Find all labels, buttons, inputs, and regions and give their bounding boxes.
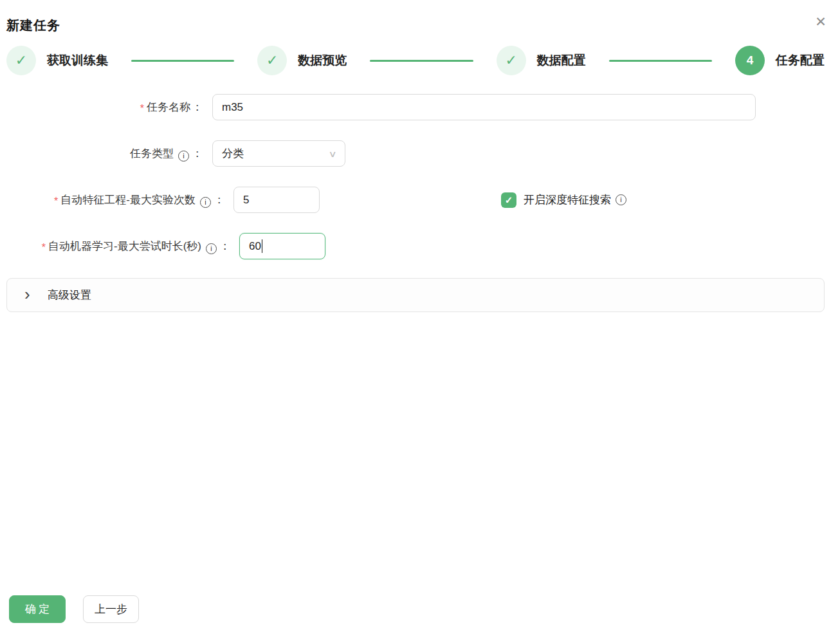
info-icon[interactable]: i <box>206 243 217 254</box>
max-trial-seconds-row: *自动机器学习-最大尝试时长(秒)i： 60 <box>0 233 325 259</box>
advanced-settings-label: 高级设置 <box>48 288 91 302</box>
step-get-training-set: ✓ 获取训练集 <box>6 46 108 75</box>
step-label: 数据配置 <box>537 52 586 69</box>
info-icon[interactable]: i <box>178 151 189 162</box>
confirm-button[interactable]: 确 定 <box>9 595 66 623</box>
label-text: 任务名称 <box>147 101 190 113</box>
text-caret <box>262 239 263 253</box>
input-value: 60 <box>249 240 261 253</box>
step-connector <box>609 60 712 62</box>
task-name-input[interactable] <box>212 94 756 120</box>
step-label: 获取训练集 <box>47 52 108 69</box>
max-experiments-label: *自动特征工程-最大实验次数i： <box>0 192 224 208</box>
required-mark: * <box>54 196 58 207</box>
task-name-label: *任务名称： <box>0 100 203 115</box>
selected-value: 分类 <box>222 146 244 161</box>
page-title: 新建任务 <box>6 17 60 34</box>
label-text: 任务类型 <box>130 147 174 160</box>
max-experiments-input[interactable] <box>233 187 320 213</box>
task-type-select[interactable]: 分类 ∨ <box>212 140 345 167</box>
label-text: 自动特征工程-最大实验次数 <box>60 194 196 206</box>
step-data-preview: ✓ 数据预览 <box>257 46 347 75</box>
task-type-row: 任务类型i： 分类 ∨ <box>0 140 345 167</box>
step-task-config: 4 任务配置 <box>735 46 825 75</box>
previous-step-button[interactable]: 上一步 <box>83 595 139 623</box>
colon: ： <box>192 101 203 113</box>
step-finished-check-icon: ✓ <box>257 46 287 75</box>
step-label: 数据预览 <box>298 52 347 69</box>
deep-feature-search-checkbox[interactable]: ✓ <box>501 192 516 208</box>
advanced-settings-panel[interactable]: › 高级设置 <box>6 278 825 312</box>
max-trial-seconds-label: *自动机器学习-最大尝试时长(秒)i： <box>0 239 230 254</box>
required-mark: * <box>140 103 144 114</box>
deep-feature-search-row: ✓ 开启深度特征搜索 i <box>501 187 628 213</box>
step-connector <box>131 60 234 62</box>
chevron-right-icon[interactable]: › <box>24 286 30 302</box>
max-experiments-row: *自动特征工程-最大实验次数i： <box>0 187 320 213</box>
chevron-down-icon: ∨ <box>328 149 336 159</box>
label-text: 自动机器学习-最大尝试时长(秒) <box>48 240 201 252</box>
colon: ： <box>214 194 224 206</box>
step-number-badge: 4 <box>735 46 765 75</box>
steps-bar: ✓ 获取训练集 ✓ 数据预览 ✓ 数据配置 4 任务配置 <box>6 45 825 76</box>
step-label: 任务配置 <box>776 52 825 69</box>
info-icon[interactable]: i <box>200 197 211 208</box>
max-trial-seconds-input[interactable]: 60 <box>239 233 325 259</box>
step-finished-check-icon: ✓ <box>6 46 36 75</box>
colon: ： <box>192 147 203 160</box>
colon: ： <box>219 240 230 252</box>
step-data-config: ✓ 数据配置 <box>497 46 586 75</box>
deep-feature-search-label: 开启深度特征搜索 <box>524 192 611 207</box>
step-connector <box>370 60 473 62</box>
task-name-row: *任务名称： <box>0 94 756 120</box>
close-icon[interactable]: ✕ <box>810 12 831 32</box>
required-mark: * <box>42 242 46 253</box>
step-finished-check-icon: ✓ <box>497 46 526 75</box>
task-type-label: 任务类型i： <box>0 146 203 162</box>
info-icon[interactable]: i <box>616 194 626 205</box>
